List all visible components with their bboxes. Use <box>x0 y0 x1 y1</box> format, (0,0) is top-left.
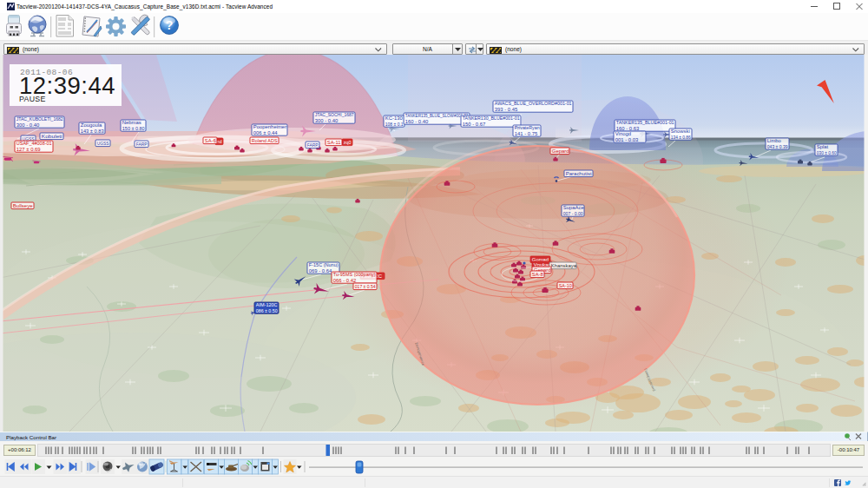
svg-text:SupaAce: SupaAce <box>563 205 585 210</box>
svg-text:160 - 0.40: 160 - 0.40 <box>405 119 429 124</box>
svg-text:KC-130: KC-130 <box>385 115 404 121</box>
svg-text:TANKER130_BLUE#001-01: TANKER130_BLUE#001-01 <box>463 115 520 121</box>
svg-text:TANKER135_BLUE#001-01: TANKER135_BLUE#001-01 <box>616 120 674 125</box>
svg-text:AIM-120C: AIM-120C <box>256 302 278 307</box>
svg-text:AWACS_BLUE_OVERLORD#001-01: AWACS_BLUE_OVERLORD#001-01 <box>495 101 572 106</box>
svg-text:127 ± 0.69: 127 ± 0.69 <box>16 147 41 152</box>
svg-text:SA-11: SA-11 <box>327 140 341 145</box>
svg-text:030 ± 0.60: 030 ± 0.60 <box>817 150 837 155</box>
svg-text:Splat: Splat <box>817 144 829 149</box>
svg-text:Zougoula: Zougoula <box>81 122 102 128</box>
svg-text:Parachutist: Parachutist <box>566 171 592 176</box>
svg-text:150 - 0.67: 150 - 0.67 <box>463 122 486 127</box>
svg-text:300 - 0.40: 300 - 0.40 <box>16 122 40 128</box>
svg-text:Kobuleti: Kobuleti <box>42 134 62 139</box>
svg-text:134 ± 0.86: 134 ± 0.86 <box>671 135 691 140</box>
svg-text:FARP: FARP <box>307 142 319 148</box>
svg-text:SA-6: SA-6 <box>205 138 216 143</box>
svg-text:USAF_4#008-01: USAF_4#008-01 <box>16 141 52 146</box>
svg-text:JTAC_SOCHI_1687: JTAC_SOCHI_1687 <box>315 112 354 117</box>
svg-text:PAUSE: PAUSE <box>19 95 46 103</box>
svg-text:066 - 0.42: 066 - 0.42 <box>333 278 357 283</box>
svg-text:SA-10: SA-10 <box>559 283 572 288</box>
svg-text:143 ± 0.83: 143 ± 0.83 <box>81 129 104 134</box>
svg-text:006 ± 0.44: 006 ± 0.44 <box>253 130 279 135</box>
svg-text:Gepard: Gepard <box>552 148 569 154</box>
svg-text:Khanskaya: Khanskaya <box>551 263 577 268</box>
svg-text:086 ± 0.50: 086 ± 0.50 <box>256 308 278 313</box>
svg-text:FARP: FARP <box>136 142 148 147</box>
svg-text:300 - 0.40: 300 - 0.40 <box>315 118 339 123</box>
svg-text:393 - 0.45: 393 - 0.45 <box>495 107 518 112</box>
svg-text:TANKER135_BLUE_SLOW#001-01: TANKER135_BLUE_SLOW#001-01 <box>405 113 469 118</box>
svg-text:Tu-95MS (000party): Tu-95MS (000party) <box>333 272 376 277</box>
svg-text:UGSS: UGSS <box>97 141 109 146</box>
svg-text:Roland ADS: Roland ADS <box>252 138 278 143</box>
svg-text:108 ± 0.1: 108 ± 0.1 <box>385 122 404 127</box>
svg-text:F-15C (Nunu): F-15C (Nunu) <box>309 262 339 267</box>
svg-text:?: ? <box>166 18 174 32</box>
svg-text:Vinogd: Vinogd <box>615 131 631 136</box>
svg-text:Limbo: Limbo <box>767 138 782 143</box>
svg-text:017 ± 0.54: 017 ± 0.54 <box>355 284 376 289</box>
svg-text:PrivateRyan: PrivateRyan <box>515 125 540 130</box>
svg-text:zq0: zq0 <box>344 140 352 145</box>
svg-text:007 - 0.00: 007 - 0.00 <box>563 211 583 216</box>
svg-text:Poopenheimer: Poopenheimer <box>253 124 286 129</box>
svg-text:JTAC_KUBOLETI_1682: JTAC_KUBOLETI_1682 <box>16 116 63 122</box>
svg-text:Snowski: Snowski <box>671 129 690 134</box>
svg-text:Nebmas: Nebmas <box>122 120 141 125</box>
svg-text:160 - 0.63: 160 - 0.63 <box>616 126 640 131</box>
svg-text:SA-8: SA-8 <box>532 272 543 277</box>
svg-text:Bullseye: Bullseye <box>13 203 34 208</box>
svg-text:141 - 0.75: 141 - 0.75 <box>515 131 538 136</box>
svg-text:043 ± 0.39: 043 ± 0.39 <box>767 144 788 149</box>
svg-text:069 - 0.64: 069 - 0.64 <box>309 268 332 274</box>
svg-text:150 ± 0.80: 150 ± 0.80 <box>122 126 145 131</box>
svg-text:001 - 0.03: 001 - 0.03 <box>615 137 639 142</box>
svg-text:nd: nd <box>217 139 222 144</box>
